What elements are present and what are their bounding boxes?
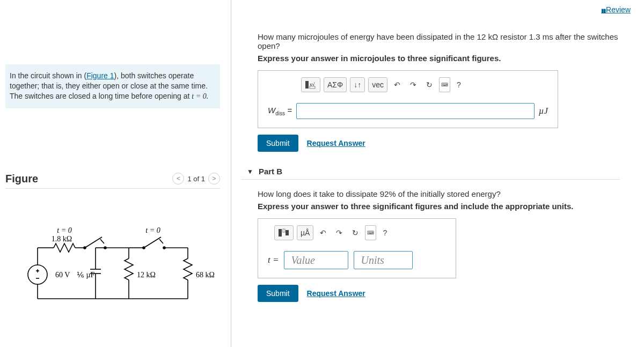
svg-line-25 [144,237,161,248]
keyboard-button[interactable]: ⌨ [439,77,450,92]
intro-box: In the circuit shown in (Figure 1), both… [5,64,220,108]
partB-instruction: Express your answer to three significant… [258,202,631,211]
partA-request-answer-link[interactable]: Request Answer [307,139,365,147]
svg-line-8 [85,237,102,248]
partB-variable-label: t = [268,255,279,265]
keyboard-button-b[interactable]: ⌨ [365,225,376,240]
redo-button[interactable]: ↷ [407,77,420,92]
svg-text:t = 0: t = 0 [145,226,160,234]
svg-rect-43 [279,229,282,237]
partB-header[interactable]: ▼ Part B [241,167,620,180]
reset-button[interactable]: ↻ [423,77,436,92]
subscript-button[interactable]: ↓↑ [350,77,365,92]
undo-button-b[interactable]: ↶ [317,225,330,240]
greek-button[interactable]: ΑΣΦ [324,77,347,92]
partA-variable-label: Wdiss = [268,106,292,116]
partB-label: Part B [259,167,282,176]
svg-rect-45 [286,230,289,235]
partA-value-input[interactable] [296,103,535,119]
svg-text:t = 0: t = 0 [57,226,71,234]
figure-page-indicator: 1 of 1 [187,175,205,183]
template-button-b[interactable] [274,225,294,240]
partB-submit-button[interactable]: Submit [258,285,298,302]
partB-answer-box: µÅ ↶ ↷ ↻ ⌨ ? t = Value Units [258,218,456,278]
svg-text:68 kΩ: 68 kΩ [196,271,215,279]
partB-value-input[interactable]: Value [284,251,348,269]
circuit-diagram: t = 0 1.8 kΩ t = 0 60 V ⅙ µF 12 kΩ 68 kΩ [5,216,220,308]
svg-text:1.8 kΩ: 1.8 kΩ [52,235,72,243]
svg-text:⅙ µF: ⅙ µF [77,271,95,279]
partA-instruction: Express your answer in microjoules to th… [258,54,631,63]
figure-link[interactable]: Figure 1 [86,71,114,80]
partA-unit-label: µJ [539,106,548,116]
partA-question: How many microjoules of energy have been… [258,32,631,50]
template-button[interactable]: x√ [301,77,320,92]
svg-point-0 [28,265,47,284]
partB-question: How long does it take to dissipate 92% o… [258,189,631,198]
vec-button[interactable]: vec [368,77,387,92]
figure-title: Figure [5,173,38,185]
undo-button[interactable]: ↶ [391,77,404,92]
partA-submit-button[interactable]: Submit [258,135,298,152]
intro-t0: t = 0. [192,92,208,100]
units-button[interactable]: µÅ [297,225,313,240]
svg-rect-44 [283,229,285,232]
help-button-b[interactable]: ? [379,225,390,240]
svg-line-9 [100,239,104,243]
reset-button-b[interactable]: ↻ [349,225,362,240]
redo-button-b[interactable]: ↷ [333,225,346,240]
help-button[interactable]: ? [453,77,464,92]
partB-request-answer-link[interactable]: Request Answer [307,289,365,298]
figure-next-button[interactable]: > [208,173,220,184]
partA-answer-box: x√ ΑΣΦ ↓↑ vec ↶ ↷ ↻ ⌨ ? Wdiss = µJ [258,70,558,128]
figure-prev-button[interactable]: < [172,173,184,184]
collapse-caret-icon: ▼ [247,168,253,175]
partB-units-input[interactable]: Units [354,251,413,269]
svg-text:60 V: 60 V [55,271,70,279]
svg-text:12 kΩ: 12 kΩ [137,271,156,279]
svg-rect-40 [305,81,309,88]
intro-text-pre: In the circuit shown in ( [10,71,86,80]
svg-line-26 [159,239,163,243]
